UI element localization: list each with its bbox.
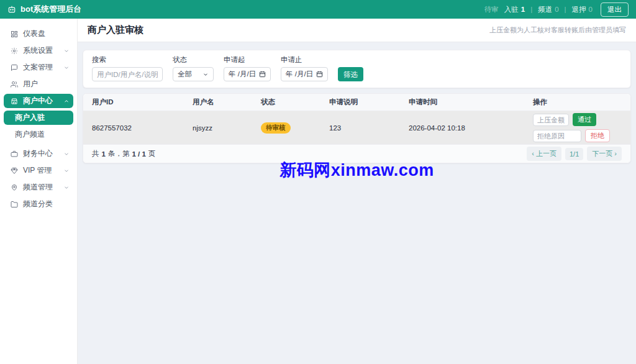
- sidebar-item-label: 商户中心: [23, 96, 58, 106]
- date-to-input[interactable]: 年 /月/日: [281, 67, 328, 81]
- prev-page-button[interactable]: ‹ 上一页: [527, 147, 561, 161]
- chevron-down-icon: [63, 48, 70, 54]
- reject-reason-input[interactable]: [533, 130, 581, 142]
- chevron-down-icon: [63, 151, 70, 157]
- status-label: 状态: [173, 55, 214, 65]
- filter-bar: 搜索 状态 全部 申请起 年 /月/日: [83, 50, 631, 88]
- briefcase-icon: [11, 150, 18, 158]
- search-input[interactable]: [92, 67, 163, 81]
- divider: |: [530, 6, 532, 13]
- search-label: 搜索: [92, 55, 163, 65]
- count-number: 1: [102, 150, 106, 158]
- date-from-label: 申请起: [224, 55, 271, 65]
- table-footer: 共 1 条，第 1 / 1 页 ‹ 上一页 1/1 下一页 ›: [83, 144, 630, 163]
- page-header: 商户入驻审核 上压金额为人工核对客服转账后由管理员填写: [78, 19, 636, 42]
- next-page-button[interactable]: 下一页 ›: [587, 147, 622, 161]
- divider: |: [565, 6, 566, 13]
- folder-icon: [11, 201, 18, 208]
- col-username: 用户名: [193, 98, 261, 107]
- record-count: 共 1 条，第 1 / 1 页: [92, 149, 155, 158]
- page-title: 商户入驻审核: [88, 24, 143, 36]
- sidebar-item-dashboard[interactable]: 仪表盘: [4, 27, 73, 41]
- sidebar-item-label: 仪表盘: [23, 29, 70, 39]
- deposit-amount-input[interactable]: [533, 114, 569, 126]
- page-number: 1 / 1: [132, 150, 145, 158]
- chevron-down-icon: [63, 184, 70, 191]
- dashboard-icon: [11, 30, 18, 38]
- stat-label: 入驻: [504, 5, 519, 14]
- main-area: 商户入驻审核 上压金额为人工核对客服转账后由管理员填写 搜索 状态 全部: [78, 19, 636, 364]
- app-title: bot系统管理后台: [20, 4, 81, 15]
- map-pin-icon: [11, 184, 18, 191]
- sidebar-item-merchant-center[interactable]: 商户中心: [4, 94, 73, 108]
- sidebar-item-label: 系统设置: [23, 45, 58, 56]
- calendar-icon: [316, 71, 323, 78]
- gear-icon: [11, 47, 18, 55]
- sidebar-item-label: 频道分类: [23, 199, 70, 209]
- page-indicator: 1/1: [565, 148, 583, 160]
- sidebar-item-label: VIP 管理: [23, 165, 58, 176]
- count-text: 共: [92, 149, 99, 158]
- app-header: bot系统管理后台 待审 入驻 1 | 频道 0 | 退押 0 退出: [0, 0, 636, 19]
- sidebar-item-merchant-channels[interactable]: 商户频道: [4, 127, 73, 142]
- sidebar-item-channel-management[interactable]: 频道管理: [4, 180, 73, 194]
- chevron-down-icon: [202, 71, 209, 78]
- stat-channels[interactable]: 频道 0: [538, 5, 558, 14]
- cell-time: 2026-04-02 10:18: [409, 124, 533, 132]
- users-icon: [11, 81, 18, 88]
- date-to-value: 年 /月/日: [286, 70, 313, 79]
- col-time: 申请时间: [409, 98, 533, 107]
- cell-username: njsyzz: [193, 124, 261, 132]
- status-badge: 待审核: [261, 122, 291, 134]
- col-note: 申请说明: [329, 98, 409, 107]
- col-status: 状态: [261, 98, 329, 107]
- sidebar-item-merchant-onboarding[interactable]: 商户入驻: [4, 111, 73, 125]
- app-brand: bot系统管理后台: [7, 4, 81, 15]
- sidebar-item-users[interactable]: 用户: [4, 77, 73, 91]
- chevron-up-icon: [63, 98, 70, 104]
- cell-user-id: 8627557032: [92, 124, 193, 132]
- sidebar-item-label: 频道管理: [23, 182, 58, 193]
- sidebar-item-label: 用户: [23, 79, 70, 89]
- date-from-input[interactable]: 年 /月/日: [224, 67, 271, 81]
- status-select[interactable]: 全部: [173, 67, 214, 81]
- stat-value: 0: [589, 6, 593, 13]
- shop-icon: [11, 98, 18, 105]
- gem-icon: [11, 167, 18, 175]
- count-text: 页: [148, 149, 156, 158]
- cell-note: 123: [329, 124, 409, 132]
- stat-label: 退押: [572, 5, 586, 14]
- col-user-id: 用户ID: [92, 98, 193, 107]
- chevron-down-icon: [63, 65, 70, 71]
- chevron-down-icon: [63, 168, 70, 174]
- sidebar-item-copy-management[interactable]: 文案管理: [4, 60, 73, 75]
- page-hint: 上压金额为人工核对客服转账后由管理员填写: [489, 25, 626, 35]
- stat-onboarding[interactable]: 入驻 1: [504, 5, 525, 14]
- logout-button[interactable]: 退出: [601, 2, 629, 17]
- sidebar-item-label: 商户频道: [15, 129, 45, 140]
- sidebar-item-label: 文案管理: [23, 62, 58, 73]
- sidebar-item-finance-center[interactable]: 财务中心: [4, 147, 73, 161]
- sidebar-item-system-settings[interactable]: 系统设置: [4, 43, 73, 58]
- robot-icon: [7, 5, 16, 14]
- sidebar-item-label: 商户入驻: [15, 112, 45, 123]
- date-to-label: 申请止: [281, 55, 328, 65]
- reject-button[interactable]: 拒绝: [585, 129, 610, 142]
- status-select-value: 全部: [178, 70, 192, 79]
- date-from-value: 年 /月/日: [229, 70, 256, 79]
- sidebar-item-channel-categories[interactable]: 频道分类: [4, 197, 73, 211]
- filter-submit-button[interactable]: 筛选: [338, 67, 363, 81]
- table-row: 8627557032 njsyzz 待审核 123 2026-04-02 10:…: [83, 111, 630, 144]
- review-table: 用户ID 用户名 状态 申请说明 申请时间 操作 8627557032 njsy…: [83, 93, 631, 163]
- approve-button[interactable]: 通过: [573, 113, 596, 126]
- sidebar-item-label: 财务中心: [23, 148, 58, 159]
- pending-review-label: 待审: [484, 5, 499, 14]
- stat-value: 1: [521, 6, 525, 13]
- sidebar: 仪表盘 系统设置 文案管理: [0, 19, 78, 364]
- comment-icon: [11, 64, 18, 71]
- sidebar-item-vip-management[interactable]: VIP 管理: [4, 163, 73, 178]
- stat-refunds[interactable]: 退押 0: [572, 5, 593, 14]
- count-text: 条，第: [108, 149, 130, 158]
- stat-label: 频道: [538, 5, 552, 14]
- calendar-icon: [259, 71, 266, 78]
